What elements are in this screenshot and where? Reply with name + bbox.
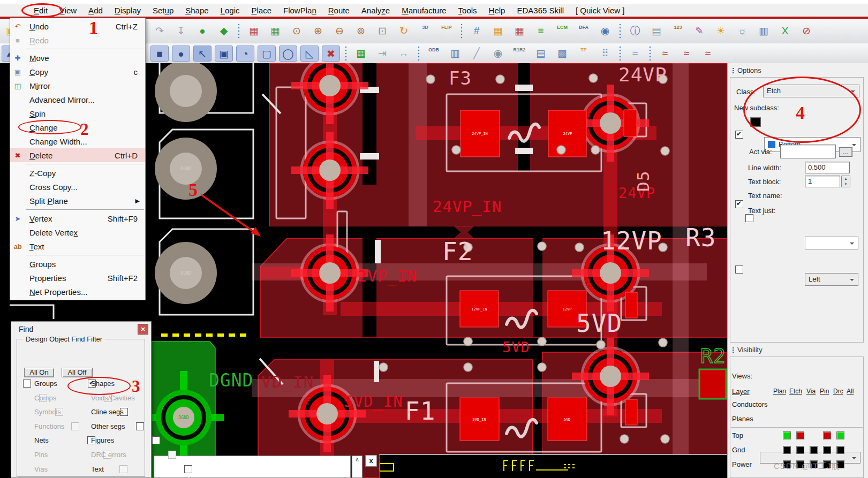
find-button-all-off[interactable]: All Off [62, 368, 93, 377]
zoom-out-icon[interactable]: ⊖ [330, 23, 349, 39]
visibility-swatch-top-plan[interactable] [783, 431, 791, 439]
text-just-dropdown[interactable]: Left [805, 273, 858, 286]
menu-item-analyze[interactable]: Analyze [357, 5, 395, 16]
visibility-swatch-gnd-pin[interactable] [823, 446, 831, 454]
menu-item-manufacture[interactable]: Manufacture [397, 5, 451, 16]
tune2-icon[interactable]: ≈ [677, 45, 696, 62]
view-3d-icon[interactable]: 3D [416, 23, 434, 39]
edit-menu-item-undo[interactable]: ↶UndoCtrl+Z [10, 19, 145, 33]
menu-item-tools[interactable]: Tools [454, 5, 482, 16]
shape-copy-icon[interactable]: ▣ [215, 45, 233, 62]
edit-menu-item-properties[interactable]: PropertiesShift+F2 [10, 271, 145, 285]
edit-menu-item-move[interactable]: ✚Move [10, 51, 145, 65]
act-via-browse-button[interactable]: ... [839, 147, 852, 157]
line-width-checkbox[interactable] [735, 200, 743, 208]
shape-circle-filled-icon[interactable]: ● [172, 45, 190, 62]
edit-menu-item-advanced-mirror[interactable]: Advanced Mirror... [10, 93, 145, 107]
visibility-swatch-gnd-drc[interactable] [836, 446, 844, 454]
visibility-swatch-top-etch[interactable] [796, 431, 804, 439]
visibility-swatch-power-drc[interactable] [836, 460, 844, 468]
visibility-swatch-power-plan[interactable] [783, 460, 791, 468]
zoom-points-icon[interactable]: ⊙ [288, 23, 306, 39]
edit-menu-item-spin[interactable]: Spin [10, 107, 145, 120]
redraw-icon[interactable]: ↻ [395, 23, 413, 39]
menu-item-edit[interactable]: Edit [29, 5, 52, 16]
rename-icon[interactable]: R1R2 [510, 45, 529, 62]
act-via-field[interactable] [780, 145, 836, 158]
edit-menu-item-net-properties[interactable]: Net Properties... [10, 285, 145, 299]
visibility-column-etch[interactable]: Etch [789, 388, 802, 395]
odb-icon[interactable]: ODB [425, 45, 443, 62]
edit-menu-item-copy[interactable]: ▣Copyc [10, 65, 145, 79]
visibility-column-via[interactable]: Via [806, 388, 816, 395]
class-dropdown[interactable]: Etch [763, 85, 859, 97]
text-name-dropdown[interactable] [805, 237, 858, 249]
grid-icon[interactable]: # [467, 23, 486, 39]
dfa-icon[interactable]: DFA [575, 23, 593, 39]
scroll-up-button[interactable]: ∧ [352, 456, 363, 478]
menu-item-view[interactable]: View [55, 5, 81, 16]
zoom-previous-icon[interactable]: ⊚ [352, 23, 370, 39]
properties-icon[interactable]: ▤ [647, 23, 666, 39]
zoom-in-icon[interactable]: ⊕ [309, 23, 327, 39]
edit-menu-item-redo[interactable]: ■Redo [10, 33, 145, 47]
color2-icon[interactable]: ▦ [510, 23, 529, 39]
array-icon[interactable]: ⠿ [596, 45, 614, 62]
pin-icon[interactable]: ◆ [215, 23, 233, 39]
find-button-all-on[interactable]: All On [24, 368, 54, 377]
matrix-icon[interactable]: ▩ [553, 45, 571, 62]
flip-icon[interactable]: FLIP [437, 23, 456, 39]
subclass-color-swatch[interactable] [750, 117, 761, 127]
panel-icon[interactable]: ▥ [446, 45, 464, 62]
info-icon[interactable]: ⓘ [626, 23, 644, 39]
menu-item-help[interactable]: Help [484, 5, 510, 16]
visibility-column-plan[interactable]: Plan [773, 388, 786, 395]
shape-circle-icon[interactable]: ◯ [279, 45, 297, 62]
find-checkbox-other-segs[interactable] [136, 422, 144, 430]
menu-item-quick-view[interactable]: [ Quick View ] [571, 5, 629, 16]
delete-vertex-icon[interactable]: ✖ [322, 45, 340, 62]
fix-icon[interactable]: ╱ [467, 45, 486, 62]
visibility-column-pin[interactable]: Pin [820, 388, 829, 395]
brush-icon[interactable]: ✎ [690, 23, 708, 39]
visibility-swatch-power-via[interactable] [810, 460, 818, 468]
world-view[interactable] [379, 454, 727, 478]
subclass-checkbox[interactable] [735, 131, 743, 139]
visibility-swatch-gnd-plan[interactable] [783, 446, 791, 454]
import-icon[interactable]: ↧ [172, 23, 190, 39]
menu-item-display[interactable]: Display [110, 5, 146, 16]
edit-menu-item-cross-copy[interactable]: Cross Copy... [10, 180, 145, 194]
visibility-column-drc[interactable]: Drc [833, 388, 843, 395]
close-popup-button[interactable]: x [365, 455, 377, 467]
edit-menu-item-change-width[interactable]: Change Width... [10, 134, 145, 148]
tune3-icon[interactable]: ≈ [699, 45, 717, 62]
notes-icon[interactable]: ▤ [532, 45, 550, 62]
find-checkbox-text[interactable] [184, 465, 192, 473]
layers-icon[interactable]: ≡ [532, 23, 550, 39]
text-just-checkbox[interactable] [735, 265, 743, 274]
zoom-frame-icon[interactable]: ⊡ [373, 23, 391, 39]
menu-item-place[interactable]: Place [246, 5, 276, 16]
menu-item-setup[interactable]: Setup [148, 5, 178, 16]
snapshot-icon[interactable]: ◉ [489, 45, 507, 62]
waive-icon[interactable]: ▥ [754, 23, 773, 39]
command-popup[interactable] [154, 456, 351, 478]
edit-menu-item-text[interactable]: abText [10, 239, 145, 253]
measure-icon[interactable]: 123 [669, 23, 687, 39]
close-icon[interactable]: ✕ [138, 324, 148, 335]
board-green-icon[interactable]: ▦ [266, 23, 284, 39]
edit-menu-item-split-plane[interactable]: Split Plane▶ [10, 194, 145, 208]
visibility-swatch-gnd-via[interactable] [810, 446, 818, 454]
menu-item-eda365-skill[interactable]: EDA365 Skill [512, 5, 569, 16]
visibility-swatch-top-drc[interactable] [836, 431, 844, 439]
menu-item-flowplan[interactable]: FlowPlan [278, 5, 321, 16]
edit-menu-item-delete[interactable]: ✖DeleteCtrl+D [10, 148, 145, 162]
shape-rect-icon[interactable]: ▢ [258, 45, 276, 62]
edit-menu-item-vertex[interactable]: ➤VertexShift+F9 [10, 211, 145, 225]
spacing2-icon[interactable]: ↔ [395, 45, 413, 62]
menu-item-shape[interactable]: Shape [180, 5, 213, 16]
text-block-checkbox[interactable] [745, 214, 753, 222]
menu-item-logic[interactable]: Logic [216, 5, 245, 16]
line-width-field[interactable]: 0.500 [805, 162, 850, 173]
edit-menu-item-mirror[interactable]: ◫Mirror [10, 79, 145, 93]
